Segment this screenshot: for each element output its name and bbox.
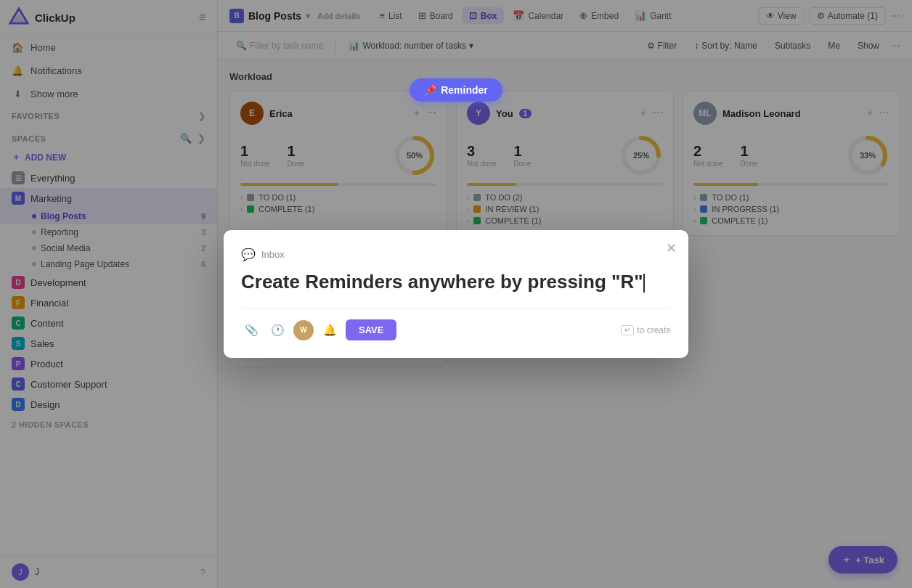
- reminder-text: Reminder: [441, 84, 488, 96]
- modal-close-button[interactable]: ✕: [666, 240, 677, 256]
- assignee-avatar[interactable]: W: [293, 320, 314, 340]
- text-cursor: [643, 274, 645, 293]
- attach-icon[interactable]: 📎: [241, 320, 261, 340]
- modal-header: 💬 Inbox: [241, 248, 671, 261]
- reminder-modal: ✕ 💬 Inbox Create Reminders anywhere by p…: [224, 230, 688, 359]
- save-button[interactable]: SAVE: [346, 319, 396, 340]
- modal-toolbar: 📎 🕐 W 🔔 SAVE ↵ to create: [241, 309, 671, 340]
- reminder-banner: 📌 Reminder: [410, 78, 502, 102]
- modal-hint: ↵ to create: [621, 325, 671, 335]
- enter-icon: ↵: [621, 325, 634, 335]
- hint-text: to create: [637, 325, 671, 335]
- modal-overlay[interactable]: 📌 Reminder ✕ 💬 Inbox Create Reminders an…: [0, 0, 912, 588]
- reminder-icon: 📌: [424, 84, 436, 96]
- modal-icon: 💬: [241, 248, 256, 261]
- modal-title-text: Create Reminders anywhere by pressing "R…: [241, 271, 643, 293]
- modal-title: Create Reminders anywhere by pressing "R…: [241, 270, 671, 295]
- clock-icon[interactable]: 🕐: [267, 320, 288, 340]
- bell-toolbar-icon[interactable]: 🔔: [319, 320, 340, 340]
- modal-label: Inbox: [261, 249, 285, 260]
